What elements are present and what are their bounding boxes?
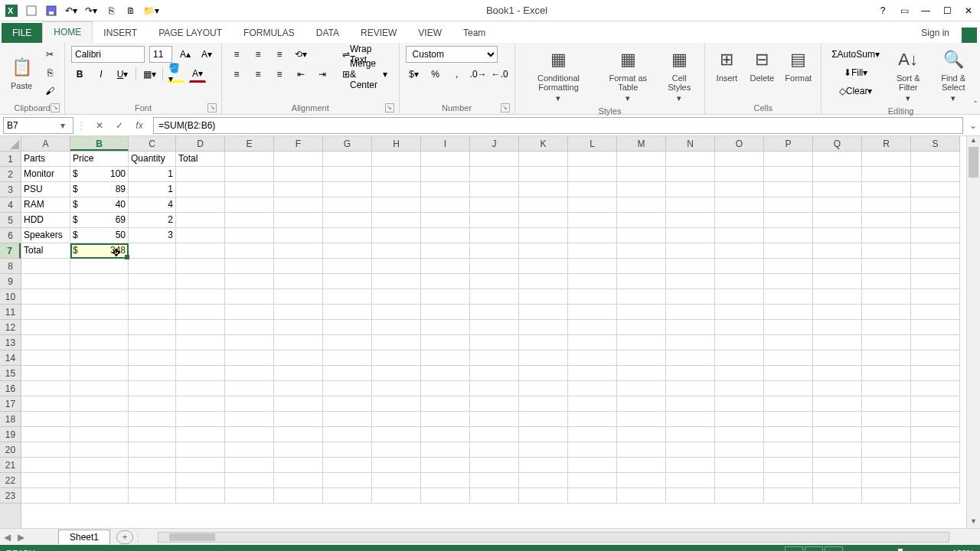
cell[interactable] (323, 213, 372, 228)
cell[interactable]: Total (21, 243, 70, 259)
cell[interactable] (666, 442, 715, 458)
cell[interactable] (911, 366, 960, 381)
clear-button[interactable]: ◇ Clear▾ (828, 83, 884, 99)
cell[interactable] (176, 366, 225, 381)
cell[interactable] (470, 289, 519, 305)
cell[interactable] (568, 274, 617, 289)
cell[interactable] (274, 366, 323, 381)
cell[interactable] (21, 412, 70, 427)
cell[interactable] (225, 412, 274, 427)
dialog-launcher-icon[interactable]: ↘ (51, 103, 60, 112)
row-header[interactable]: 18 (0, 412, 21, 427)
cell[interactable] (715, 182, 764, 197)
cell[interactable] (911, 488, 960, 504)
cell[interactable] (274, 274, 323, 289)
cell[interactable] (70, 427, 129, 442)
cell[interactable] (21, 350, 70, 366)
cell[interactable]: Speakers (21, 228, 70, 243)
cell[interactable] (176, 289, 225, 305)
cell[interactable] (274, 243, 323, 259)
dialog-launcher-icon[interactable]: ↘ (207, 103, 217, 112)
cell[interactable] (764, 335, 813, 350)
cell[interactable] (274, 488, 323, 504)
cell[interactable] (225, 167, 274, 182)
cell[interactable] (70, 458, 129, 473)
cell[interactable] (813, 197, 862, 213)
column-header[interactable]: D (176, 136, 225, 151)
cell[interactable] (470, 396, 519, 412)
cell[interactable] (813, 228, 862, 243)
cell[interactable] (21, 488, 70, 504)
tab-page-layout[interactable]: PAGE LAYOUT (148, 23, 233, 43)
cell[interactable] (70, 412, 129, 427)
cell[interactable] (421, 335, 470, 350)
cell[interactable] (176, 320, 225, 335)
sign-in-link[interactable]: Sign in (912, 23, 959, 43)
cell[interactable] (421, 442, 470, 458)
underline-icon[interactable]: U▾ (114, 66, 131, 83)
tab-formulas[interactable]: FORMULAS (233, 23, 305, 43)
format-as-table-button[interactable]: ▦Format as Table▾ (600, 46, 655, 105)
cell[interactable] (225, 335, 274, 350)
cell[interactable] (470, 366, 519, 381)
cell[interactable] (911, 182, 960, 197)
column-header[interactable]: B (70, 136, 129, 151)
cell[interactable] (372, 396, 421, 412)
dialog-launcher-icon[interactable]: ↘ (385, 103, 394, 112)
cell[interactable] (274, 442, 323, 458)
cell[interactable] (470, 197, 519, 213)
cell[interactable] (176, 182, 225, 197)
cell[interactable] (21, 274, 70, 289)
cell[interactable] (421, 488, 470, 504)
cell[interactable] (666, 366, 715, 381)
cell[interactable] (372, 473, 421, 488)
scroll-up-icon[interactable]: ▲ (967, 136, 980, 147)
align-center-icon[interactable]: ≡ (250, 66, 266, 83)
cell[interactable] (274, 259, 323, 274)
cell[interactable] (764, 488, 813, 504)
row-header[interactable]: 23 (0, 488, 21, 504)
cell[interactable] (666, 197, 715, 213)
cell[interactable] (470, 243, 519, 259)
cell[interactable] (519, 473, 568, 488)
cell[interactable] (421, 305, 470, 320)
cell[interactable] (568, 381, 617, 396)
column-header[interactable]: S (911, 136, 960, 151)
cell[interactable] (372, 228, 421, 243)
cell[interactable] (372, 182, 421, 197)
cut-icon[interactable]: ✂ (41, 46, 58, 63)
cell[interactable] (911, 259, 960, 274)
cell[interactable] (862, 167, 911, 182)
format-cells-button[interactable]: ▤Format (782, 46, 815, 84)
cell[interactable] (519, 274, 568, 289)
cell[interactable] (421, 274, 470, 289)
accept-formula-icon[interactable]: ✓ (110, 117, 129, 134)
cell[interactable] (568, 427, 617, 442)
cell[interactable] (176, 350, 225, 366)
cell[interactable]: PSU (21, 182, 70, 197)
cell[interactable] (568, 396, 617, 412)
cell[interactable]: RAM (21, 197, 70, 213)
row-header[interactable]: 10 (0, 289, 21, 305)
cell[interactable] (813, 396, 862, 412)
column-header[interactable]: H (372, 136, 421, 151)
cell[interactable] (129, 335, 176, 350)
row-header[interactable]: 12 (0, 320, 21, 335)
cell[interactable] (21, 381, 70, 396)
cell[interactable] (372, 167, 421, 182)
cell[interactable] (862, 152, 911, 167)
sheet-tab[interactable]: Sheet1 (58, 530, 110, 544)
cell[interactable] (176, 427, 225, 442)
cell[interactable] (715, 320, 764, 335)
cell[interactable] (813, 289, 862, 305)
cell[interactable] (323, 488, 372, 504)
cell[interactable] (519, 197, 568, 213)
cell[interactable] (617, 350, 666, 366)
column-header[interactable]: L (568, 136, 617, 151)
cell[interactable] (911, 458, 960, 473)
cell[interactable] (666, 350, 715, 366)
cell[interactable] (421, 366, 470, 381)
cell[interactable] (911, 305, 960, 320)
cell[interactable] (862, 488, 911, 504)
font-size-input[interactable] (149, 46, 172, 63)
